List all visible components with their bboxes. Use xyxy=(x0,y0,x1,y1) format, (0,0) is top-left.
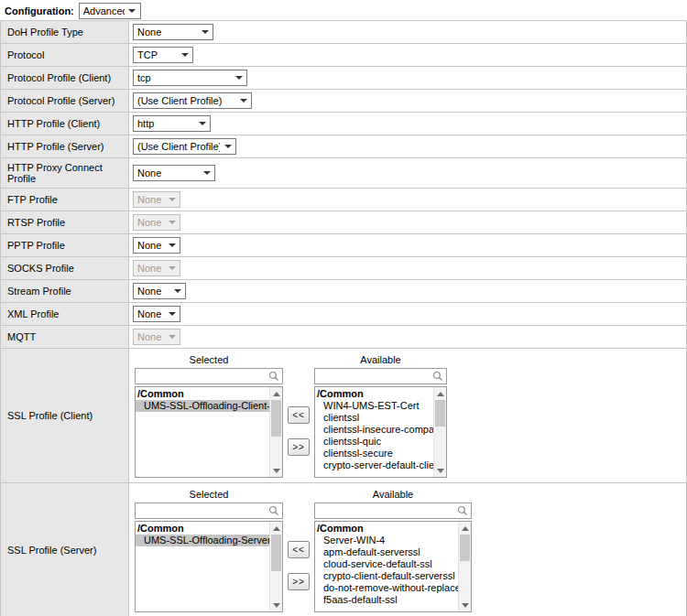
field-label: XML Profile xyxy=(1,303,129,326)
scrollbar[interactable] xyxy=(269,522,282,611)
list-group: /Common xyxy=(315,388,433,400)
available-list-header: Available xyxy=(314,488,472,503)
search-icon xyxy=(268,371,279,382)
scroll-up-icon[interactable] xyxy=(434,387,446,399)
row-doh-profile-type: DoH Profile Type None xyxy=(1,21,687,44)
row-pptp-profile: PPTP Profile None xyxy=(1,234,687,257)
move-to-selected-button[interactable]: << xyxy=(288,406,310,424)
ssl-client-available-list[interactable]: /Common WIN4-UMS-EST-Certclientsslclient… xyxy=(314,386,447,478)
list-item-selected[interactable]: UMS-SSL-Offloading-Server-Profile xyxy=(136,535,269,546)
ssl-client-selected-list[interactable]: /Common UMS-SSL-Offloading-Client-Profil… xyxy=(135,386,283,478)
list-item[interactable]: cloud-service-default-ssl xyxy=(315,558,458,570)
http-profile-server-select[interactable]: (Use Client Profile) xyxy=(133,138,236,155)
chevron-down-icon xyxy=(168,335,176,339)
row-rtsp-profile: RTSP Profile None xyxy=(1,211,687,234)
scrollbar[interactable] xyxy=(458,522,471,611)
scrollbar[interactable] xyxy=(433,387,446,477)
chevron-down-icon xyxy=(128,9,136,13)
scroll-down-icon[interactable] xyxy=(270,600,282,611)
scroll-up-icon[interactable] xyxy=(270,387,282,399)
row-protocol: Protocol TCP xyxy=(1,44,687,67)
scrollbar-thumb[interactable] xyxy=(271,400,281,437)
ftp-profile-select: None xyxy=(133,191,180,208)
list-item-selected[interactable]: UMS-SSL-Offloading-Client-Profile xyxy=(136,400,269,412)
search-input[interactable] xyxy=(318,504,457,517)
field-label: MQTT xyxy=(1,326,129,349)
field-label: SSL Profile (Server) xyxy=(1,483,129,616)
search-input[interactable] xyxy=(138,504,268,517)
scroll-down-icon[interactable] xyxy=(459,600,471,611)
chevron-down-icon xyxy=(201,30,209,34)
field-label: HTTP Profile (Server) xyxy=(1,135,129,158)
move-to-available-button[interactable]: >> xyxy=(288,438,310,456)
field-label: SSL Profile (Client) xyxy=(1,349,129,483)
configuration-bar: Configuration: Advanced xyxy=(0,0,687,20)
field-label: SOCKS Profile xyxy=(1,257,129,280)
mqtt-profile-select: None xyxy=(133,329,180,345)
scroll-up-icon[interactable] xyxy=(459,522,471,534)
scrollbar-thumb[interactable] xyxy=(460,535,470,561)
list-item[interactable]: Server-WIN-4 xyxy=(315,535,458,546)
http-proxy-connect-profile-select[interactable]: None xyxy=(133,165,215,181)
scroll-up-icon[interactable] xyxy=(270,522,282,534)
list-item[interactable]: clientssl xyxy=(315,412,433,424)
row-http-proxy-connect-profile: HTTP Proxy Connect Profile None xyxy=(1,158,687,189)
list-item[interactable]: apm-default-serverssl xyxy=(315,546,458,558)
ssl-server-selected-searchbox xyxy=(135,503,283,519)
search-input[interactable] xyxy=(318,370,432,383)
list-item[interactable]: crypto-server-default-clientssl xyxy=(315,459,433,471)
row-ftp-profile: FTP Profile None xyxy=(1,189,687,211)
http-profile-client-select[interactable]: http xyxy=(133,115,211,132)
list-item[interactable]: clientssl-secure xyxy=(315,448,433,459)
ssl-client-dual-list: Selected /Common UMS-SSL-Offloading-Clie… xyxy=(133,351,682,480)
field-label: Protocol Profile (Client) xyxy=(1,67,129,90)
move-to-available-button[interactable]: >> xyxy=(288,573,310,590)
protocol-profile-server-select[interactable]: (Use Client Profile) xyxy=(133,92,252,109)
stream-profile-select[interactable]: None xyxy=(133,283,186,299)
list-group: /Common xyxy=(315,523,458,535)
field-label: HTTP Proxy Connect Profile xyxy=(1,158,129,189)
field-label: RTSP Profile xyxy=(1,211,129,234)
protocol-profile-client-select[interactable]: tcp xyxy=(133,70,247,86)
doh-profile-type-select[interactable]: None xyxy=(133,24,213,40)
selected-list-header: Selected xyxy=(135,488,283,503)
list-item[interactable]: clientssl-quic xyxy=(315,436,433,448)
list-item[interactable]: WIN4-UMS-EST-Cert xyxy=(315,400,433,412)
search-input[interactable] xyxy=(138,370,268,383)
ssl-client-available-searchbox xyxy=(314,368,447,384)
configuration-label: Configuration: xyxy=(5,5,74,16)
protocol-select[interactable]: TCP xyxy=(133,47,193,63)
scroll-down-icon[interactable] xyxy=(434,465,446,477)
chevron-down-icon xyxy=(168,198,176,201)
row-stream-profile: Stream Profile None xyxy=(1,280,687,303)
ssl-server-selected-list[interactable]: /Common UMS-SSL-Offloading-Server-Profil… xyxy=(135,521,283,612)
socks-profile-select: None xyxy=(133,260,180,276)
list-item[interactable]: do-not-remove-without-replacement xyxy=(315,582,458,594)
scrollbar-thumb[interactable] xyxy=(271,535,281,571)
configuration-select[interactable]: Advanced xyxy=(79,3,141,19)
chevron-down-icon xyxy=(168,312,176,316)
move-to-selected-button[interactable]: << xyxy=(288,541,310,558)
row-protocol-profile-client: Protocol Profile (Client) tcp xyxy=(1,67,687,90)
chevron-down-icon xyxy=(168,243,176,247)
chevron-down-icon xyxy=(234,76,243,80)
ssl-server-dual-list: Selected /Common UMS-SSL-Offloading-Serv… xyxy=(133,486,682,614)
scrollbar[interactable] xyxy=(269,387,282,477)
chevron-down-icon xyxy=(202,171,211,175)
row-xml-profile: XML Profile None xyxy=(1,303,687,326)
pptp-profile-select[interactable]: None xyxy=(133,237,180,254)
scroll-down-icon[interactable] xyxy=(270,465,282,477)
search-icon xyxy=(457,505,468,516)
chevron-down-icon xyxy=(198,122,206,125)
chevron-down-icon xyxy=(224,145,232,148)
chevron-down-icon xyxy=(168,221,176,224)
ssl-server-available-list[interactable]: /Common Server-WIN-4apm-default-serverss… xyxy=(314,521,472,612)
list-item[interactable]: f5aas-default-ssl xyxy=(315,594,458,606)
xml-profile-select[interactable]: None xyxy=(133,306,180,322)
row-ssl-profile-server: SSL Profile (Server) Selected /Common UM… xyxy=(1,483,687,616)
row-protocol-profile-server: Protocol Profile (Server) (Use Client Pr… xyxy=(1,90,687,113)
scrollbar-thumb[interactable] xyxy=(435,400,445,427)
list-item[interactable]: crypto-client-default-serverssl xyxy=(315,570,458,582)
list-item[interactable]: clientssl-insecure-compatible xyxy=(315,424,433,436)
row-socks-profile: SOCKS Profile None xyxy=(1,257,687,280)
